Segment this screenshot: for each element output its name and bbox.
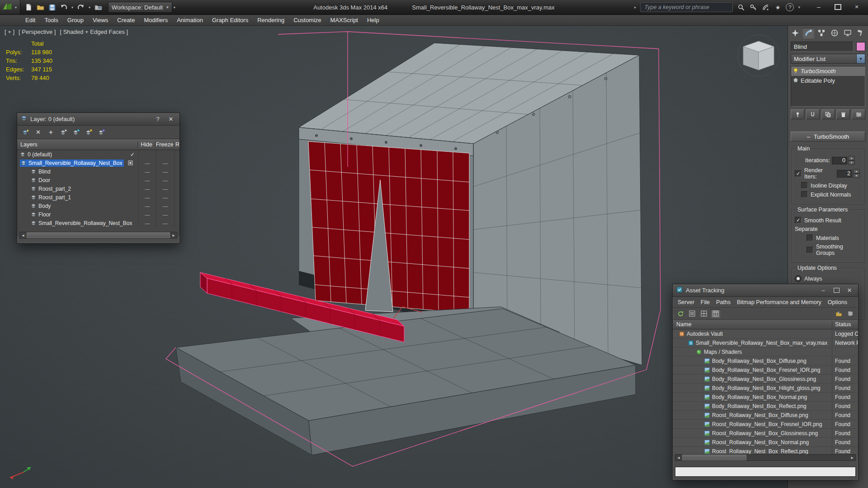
redo-button[interactable] bbox=[75, 2, 86, 13]
layer-row[interactable]: Small_Reversible_Rollaway_Nest_Box — — bbox=[17, 219, 179, 227]
column-layers[interactable]: Layers bbox=[17, 141, 138, 148]
layer-row[interactable]: Roost_part_1 — — bbox=[17, 193, 179, 202]
minimize-button[interactable]: – bbox=[809, 1, 828, 13]
redo-history-caret-icon[interactable]: ▾ bbox=[87, 5, 92, 9]
add-to-layer-button[interactable]: + bbox=[45, 127, 57, 137]
column-status[interactable]: Status bbox=[832, 321, 858, 328]
asset-minimize-button[interactable]: – bbox=[818, 286, 828, 295]
layer-row[interactable]: Body — — bbox=[17, 202, 179, 210]
explicit-normals-checkbox[interactable] bbox=[801, 191, 808, 198]
search-icon[interactable] bbox=[737, 3, 745, 11]
subscription-key-icon[interactable] bbox=[749, 3, 757, 11]
communication-center-icon[interactable] bbox=[761, 3, 769, 11]
scroll-thumb[interactable] bbox=[682, 455, 746, 460]
undo-button[interactable] bbox=[58, 2, 69, 13]
asset-menu-options[interactable]: Options bbox=[825, 299, 850, 305]
menu-maxscript[interactable]: MAXScript bbox=[326, 14, 363, 26]
application-menu-button[interactable]: ▾ bbox=[0, 0, 20, 14]
menu-group[interactable]: Group bbox=[63, 14, 88, 26]
project-folder-button[interactable] bbox=[93, 2, 104, 13]
menu-graph-editors[interactable]: Graph Editors bbox=[208, 14, 253, 26]
scroll-right-icon[interactable]: ▸ bbox=[849, 455, 855, 460]
asset-path-input[interactable] bbox=[675, 467, 856, 477]
render-iters-spinner[interactable]: ▴▾ bbox=[853, 169, 860, 178]
menu-rendering[interactable]: Rendering bbox=[253, 14, 289, 26]
asset-row-bitmap[interactable]: Body_Rollaway_Nest_Box_Fresnel_IOR.png F… bbox=[673, 366, 858, 375]
menu-views[interactable]: Views bbox=[88, 14, 113, 26]
viewport-pov-menu[interactable]: [ Perspective ] bbox=[19, 28, 56, 35]
open-file-button[interactable] bbox=[35, 2, 46, 13]
asset-menu-paths[interactable]: Paths bbox=[713, 299, 734, 305]
new-scene-button[interactable] bbox=[23, 2, 34, 13]
pin-stack-button[interactable] bbox=[791, 109, 804, 119]
asset-menu-file[interactable]: File bbox=[698, 299, 713, 305]
report-view-button[interactable] bbox=[687, 309, 697, 318]
asset-menu-bitmap-performance[interactable]: Bitmap Performance and Memory bbox=[734, 299, 825, 305]
tab-hierarchy-icon[interactable] bbox=[816, 28, 828, 38]
modifier-stack-item-editable-poly[interactable]: Editable Poly bbox=[791, 76, 865, 85]
close-button[interactable]: × bbox=[847, 1, 866, 13]
set-current-layer-button[interactable] bbox=[71, 127, 82, 137]
object-color-swatch[interactable] bbox=[856, 42, 865, 51]
viewport-canvas[interactable] bbox=[0, 26, 788, 488]
asset-menu-server[interactable]: Server bbox=[675, 299, 698, 305]
asset-row-bitmap[interactable]: Roost_Rollaway_Nest_Box_Fresnel_IOR.png … bbox=[673, 420, 858, 429]
scroll-left-icon[interactable]: ◂ bbox=[675, 455, 682, 460]
highlight-layer-button[interactable] bbox=[83, 127, 94, 137]
menu-animation[interactable]: Animation bbox=[172, 14, 208, 26]
make-unique-button[interactable] bbox=[821, 109, 835, 119]
iterations-field[interactable]: 0 bbox=[832, 157, 847, 164]
hide-freeze-layer-button[interactable] bbox=[96, 127, 107, 137]
smooth-result-checkbox[interactable]: ✓ bbox=[795, 217, 802, 224]
asset-row-bitmap[interactable]: Body_Rollaway_Nest_Box_Hilight_gloss.png… bbox=[673, 384, 858, 393]
update-always-radio[interactable] bbox=[795, 275, 802, 282]
nest-box-model[interactable] bbox=[176, 43, 642, 455]
menu-create[interactable]: Create bbox=[113, 14, 139, 26]
column-name[interactable]: Name bbox=[673, 321, 832, 328]
layer-properties-icon[interactable] bbox=[128, 160, 133, 165]
asset-maximize-button[interactable] bbox=[831, 286, 841, 295]
asset-options-button[interactable] bbox=[845, 309, 855, 318]
object-name-field[interactable]: Blind bbox=[791, 42, 854, 52]
layer-window-close-button[interactable]: ✕ bbox=[166, 115, 176, 124]
asset-row-bitmap[interactable]: Roost_Rollaway_Nest_Box_Normal.png Found bbox=[673, 438, 858, 447]
menu-modifiers[interactable]: Modifiers bbox=[139, 14, 172, 26]
menu-help[interactable]: Help bbox=[363, 14, 384, 26]
turbosmooth-rollout-header[interactable]: – TurboSmooth bbox=[791, 131, 865, 141]
layer-row[interactable]: Door — — bbox=[17, 176, 179, 184]
asset-row-bitmap[interactable]: Body_Rollaway_Nest_Box_Normal.png Found bbox=[673, 393, 858, 402]
render-iters-checkbox[interactable]: ✓ bbox=[795, 170, 802, 177]
asset-row-bitmap[interactable]: Roost_Rollaway_Nest_Box_Glossiness.png F… bbox=[673, 429, 858, 438]
save-file-button[interactable] bbox=[47, 2, 57, 13]
asset-row-bitmap[interactable]: Body_Rollaway_Nest_Box_Glossiness.png Fo… bbox=[673, 375, 858, 384]
tab-display-icon[interactable] bbox=[841, 28, 854, 38]
asset-close-button[interactable]: ✕ bbox=[844, 286, 854, 295]
column-hide[interactable]: Hide bbox=[138, 141, 156, 148]
infocenter-collapse-icon[interactable]: ▸ bbox=[634, 5, 637, 9]
menu-edit[interactable]: Edit bbox=[21, 14, 40, 26]
favorites-star-icon[interactable]: ★ bbox=[774, 3, 782, 11]
iterations-spinner[interactable]: ▴▾ bbox=[848, 156, 855, 165]
toolbar-overflow-caret-icon[interactable]: ▾ bbox=[172, 5, 177, 9]
help-icon[interactable]: ? bbox=[786, 3, 794, 11]
menu-customize[interactable]: Customize bbox=[289, 14, 326, 26]
table-view-button[interactable] bbox=[699, 309, 709, 318]
maximize-button[interactable] bbox=[828, 1, 847, 13]
layer-row[interactable]: Roost_part_2 — — bbox=[17, 184, 179, 193]
remove-modifier-button[interactable] bbox=[836, 109, 850, 119]
asset-row-bitmap[interactable]: Body_Rollaway_Nest_Box_Reflect.png Found bbox=[673, 402, 858, 411]
layer-row[interactable]: Blind — — bbox=[17, 167, 179, 176]
layer-horizontal-scrollbar[interactable]: ◂ ▸ bbox=[19, 232, 177, 239]
render-iters-field[interactable]: 2 bbox=[837, 170, 852, 178]
configure-modifier-sets-button[interactable] bbox=[852, 109, 865, 119]
tab-utilities-icon[interactable] bbox=[854, 28, 867, 38]
modifier-stack-item-turbosmooth[interactable]: TurboSmooth bbox=[791, 66, 865, 76]
scroll-thumb[interactable] bbox=[27, 232, 170, 238]
viewport-general-menu[interactable]: [ + ] bbox=[5, 28, 14, 35]
tab-modify-icon[interactable] bbox=[802, 28, 815, 38]
perspective-viewport[interactable]: [ + ] [ Perspective ] [ Shaded + Edged F… bbox=[0, 26, 788, 488]
asset-window-titlebar[interactable]: Asset Tracking – ✕ bbox=[673, 284, 858, 297]
details-view-button[interactable] bbox=[711, 309, 721, 318]
menu-tools[interactable]: Tools bbox=[40, 14, 62, 26]
viewport-shading-menu[interactable]: [ Shaded + Edged Faces ] bbox=[60, 28, 128, 35]
